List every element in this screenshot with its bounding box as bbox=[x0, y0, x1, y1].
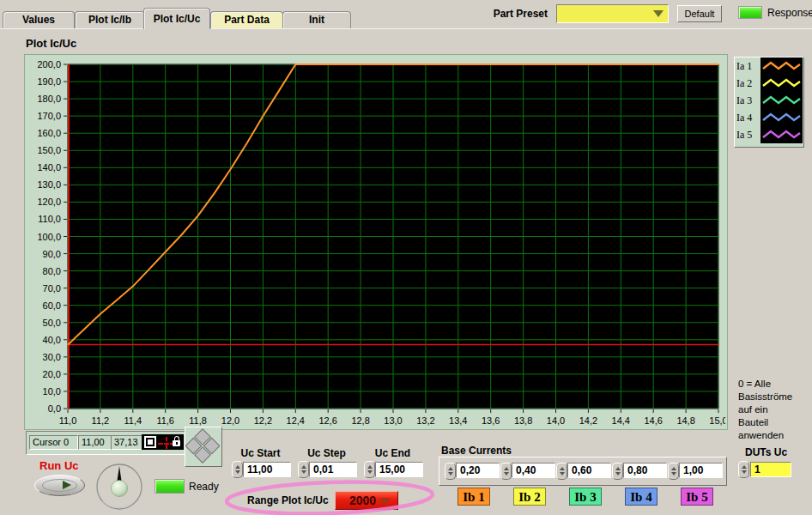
ib-2-button[interactable]: Ib 2 bbox=[513, 488, 546, 506]
cursor-move-pad[interactable] bbox=[185, 427, 222, 467]
spinner-up-icon[interactable] bbox=[301, 465, 306, 469]
ready-label: Ready bbox=[189, 481, 219, 493]
spinner-up-icon[interactable] bbox=[671, 467, 676, 470]
base-current-2-stepper[interactable] bbox=[500, 463, 512, 480]
note-line: Basisströme bbox=[738, 391, 810, 403]
cursor-style-box[interactable] bbox=[142, 434, 184, 450]
cursor-name-box[interactable]: Cursor 0 bbox=[29, 435, 78, 450]
spinner-up-icon[interactable] bbox=[367, 465, 373, 469]
ib-5-button[interactable]: Ib 5 bbox=[681, 488, 713, 506]
plot-legend: Ia 1Ia 2Ia 3Ia 4Ia 5 bbox=[734, 57, 804, 148]
chevron-down-icon bbox=[653, 10, 664, 17]
uc-end-stepper[interactable] bbox=[364, 461, 375, 478]
svg-text:10,0: 10,0 bbox=[43, 386, 61, 397]
legend-line-sample bbox=[760, 58, 803, 75]
svg-text:15,0: 15,0 bbox=[709, 415, 725, 426]
legend-item-ia-3[interactable]: Ia 3 bbox=[735, 92, 803, 109]
response-label: Response bbox=[767, 7, 812, 19]
note-line: 0 = Alle bbox=[738, 378, 810, 391]
svg-text:12,4: 12,4 bbox=[287, 415, 305, 426]
svg-text:11,6: 11,6 bbox=[156, 415, 174, 426]
note-line: anwenden bbox=[738, 429, 810, 442]
base-current-1-field[interactable]: 0,20 bbox=[456, 463, 500, 478]
spinner-up-icon[interactable] bbox=[560, 467, 565, 470]
cursor-y-box[interactable]: 37,13 bbox=[111, 435, 143, 450]
part-preset-dropdown[interactable] bbox=[556, 4, 669, 23]
spinner-up-icon[interactable] bbox=[448, 467, 453, 470]
ib-3-button[interactable]: Ib 3 bbox=[569, 488, 602, 506]
cursor-marker-icon[interactable] bbox=[144, 436, 156, 448]
crosshair-icon bbox=[166, 437, 167, 449]
base-current-5-stepper[interactable] bbox=[668, 463, 679, 480]
run-uc-button[interactable] bbox=[34, 475, 85, 496]
spinner-down-icon[interactable] bbox=[560, 472, 565, 476]
uc-end-field[interactable]: 15,00 bbox=[375, 462, 423, 477]
spinner-up-icon[interactable] bbox=[235, 465, 240, 469]
legend-label: Ia 4 bbox=[735, 112, 760, 124]
tab-values[interactable]: Values bbox=[3, 11, 75, 28]
tab-plot-ic-uc[interactable]: Plot Ic/Uc bbox=[143, 8, 210, 29]
ic-uc-plot[interactable]: 11,011,211,411,611,812,012,212,412,612,8… bbox=[25, 55, 725, 427]
spinner-down-icon[interactable] bbox=[615, 472, 621, 476]
svg-text:11,4: 11,4 bbox=[124, 415, 142, 426]
svg-text:13,6: 13,6 bbox=[482, 415, 500, 426]
lock-icon[interactable] bbox=[173, 440, 180, 446]
svg-text:110,0: 110,0 bbox=[38, 214, 61, 224]
ib-1-button[interactable]: Ib 1 bbox=[458, 488, 490, 506]
ready-led bbox=[155, 479, 185, 494]
uc-start-field[interactable]: 11,00 bbox=[243, 462, 291, 477]
spinner-down-icon[interactable] bbox=[504, 472, 509, 476]
spinner-down-icon[interactable] bbox=[742, 470, 747, 474]
uc-knob[interactable] bbox=[94, 463, 144, 511]
range-plot-value: 2000 bbox=[349, 494, 376, 507]
base-current-3-field[interactable]: 0,60 bbox=[567, 463, 611, 478]
duts-uc-label: DUTs Uc bbox=[745, 446, 787, 458]
spinner-down-icon[interactable] bbox=[448, 472, 453, 476]
legend-item-ia-4[interactable]: Ia 4 bbox=[735, 109, 803, 126]
svg-text:13,2: 13,2 bbox=[416, 415, 434, 426]
default-button[interactable]: Default bbox=[677, 5, 722, 22]
spinner-down-icon[interactable] bbox=[671, 472, 676, 476]
tab-init[interactable]: Init bbox=[282, 11, 351, 28]
svg-text:11,0: 11,0 bbox=[59, 415, 77, 426]
uc-step-stepper[interactable] bbox=[298, 461, 309, 478]
legend-item-ia-5[interactable]: Ia 5 bbox=[735, 126, 803, 143]
legend-label: Ia 1 bbox=[735, 60, 760, 73]
spinner-down-icon[interactable] bbox=[301, 470, 306, 474]
base-currents-group: 0,200,400,600,801,00 bbox=[439, 457, 727, 486]
base-current-3-stepper[interactable] bbox=[556, 463, 567, 480]
svg-text:12,2: 12,2 bbox=[254, 415, 272, 426]
svg-text:50,0: 50,0 bbox=[43, 318, 61, 328]
svg-text:100,0: 100,0 bbox=[37, 232, 61, 242]
svg-text:40,0: 40,0 bbox=[43, 335, 61, 345]
tab-plot-ic-ib[interactable]: Plot Ic/Ib bbox=[75, 11, 145, 28]
svg-text:12,0: 12,0 bbox=[221, 415, 239, 426]
spinner-up-icon[interactable] bbox=[504, 467, 509, 470]
svg-text:14,6: 14,6 bbox=[644, 415, 662, 426]
spinner-up-icon[interactable] bbox=[742, 465, 747, 469]
uc-start-stepper[interactable] bbox=[232, 461, 243, 478]
svg-text:180,0: 180,0 bbox=[37, 94, 61, 104]
duts-uc-field[interactable]: 1 bbox=[750, 462, 791, 477]
base-current-2-field[interactable]: 0,40 bbox=[512, 463, 555, 478]
uc-step-field[interactable]: 0,01 bbox=[309, 462, 357, 477]
tab-part-data[interactable]: Part Data bbox=[210, 11, 283, 28]
spinner-up-icon[interactable] bbox=[615, 467, 621, 470]
base-current-5-field[interactable]: 1,00 bbox=[679, 463, 723, 478]
range-plot-dropdown[interactable]: 2000 bbox=[335, 491, 398, 510]
base-current-4-field[interactable]: 0,80 bbox=[623, 463, 667, 478]
svg-text:170,0: 170,0 bbox=[37, 111, 61, 121]
base-current-4-stepper[interactable] bbox=[612, 463, 623, 480]
svg-text:140,0: 140,0 bbox=[37, 162, 61, 173]
spinner-down-icon[interactable] bbox=[367, 470, 373, 474]
legend-item-ia-2[interactable]: Ia 2 bbox=[735, 75, 803, 92]
spinner-down-icon[interactable] bbox=[235, 470, 240, 474]
legend-item-ia-1[interactable]: Ia 1 bbox=[735, 58, 803, 75]
svg-text:20,0: 20,0 bbox=[43, 369, 61, 379]
svg-text:70,0: 70,0 bbox=[43, 283, 61, 294]
ib-4-button[interactable]: Ib 4 bbox=[625, 488, 657, 506]
duts-uc-stepper[interactable] bbox=[738, 461, 749, 478]
base-current-1-stepper[interactable] bbox=[445, 463, 456, 480]
legend-label: Ia 5 bbox=[735, 129, 760, 142]
cursor-x-box[interactable]: 11,00 bbox=[78, 435, 112, 450]
